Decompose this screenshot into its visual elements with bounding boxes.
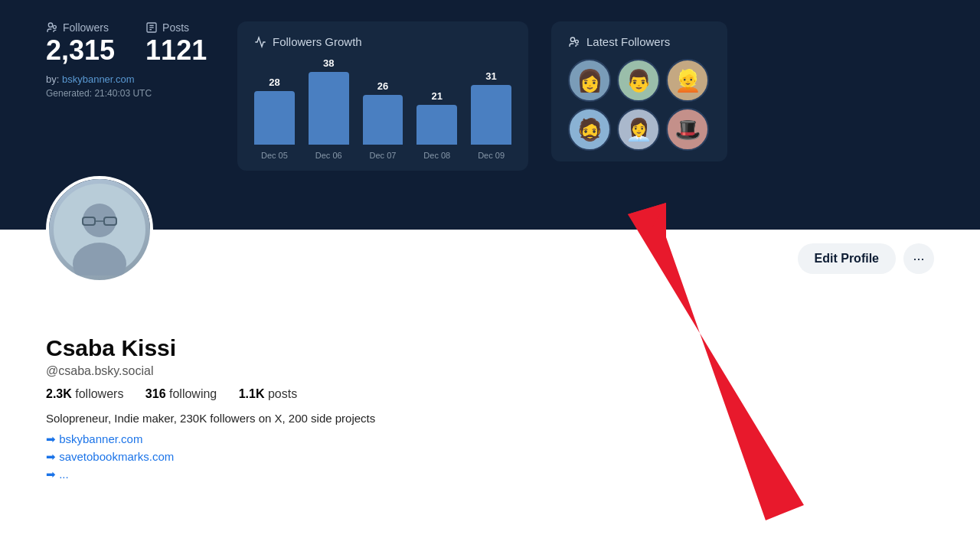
followers-value: 2,315 — [46, 35, 115, 66]
follower-avatar: 👨 — [617, 59, 660, 102]
svg-point-0 — [48, 23, 52, 27]
profile-links: ➡ bskybanner.com➡ savetobookmarks.com➡ .… — [46, 432, 934, 481]
generated-line: Generated: 21:40:03 UTC — [46, 88, 214, 99]
bar-column: 21Dec 08 — [416, 90, 457, 160]
profile-link[interactable]: ➡ bskybanner.com — [46, 432, 934, 446]
bar-date-label: Dec 08 — [423, 151, 450, 160]
bar-rect — [416, 105, 457, 145]
latest-followers-title: Latest Followers — [568, 35, 710, 48]
bar-rect — [309, 72, 349, 145]
chart-title: Followers Growth — [254, 35, 511, 48]
svg-point-7 — [575, 40, 578, 43]
follower-avatar: 👩‍💼 — [617, 108, 660, 151]
banner: Followers 2,315 Posts 1121 by: bskybanne… — [0, 0, 980, 230]
bar-column: 26Dec 07 — [363, 80, 403, 160]
posts-label-inline: posts — [268, 387, 297, 400]
by-line: by: bskybanner.com — [46, 73, 214, 85]
following-count: 316 — [145, 387, 166, 400]
posts-label: Posts — [145, 21, 207, 34]
profile-bio: Solopreneur, Indie maker, 230K followers… — [46, 412, 934, 425]
follower-avatar: 👱 — [666, 59, 709, 102]
followers-count: 2.3K — [46, 387, 72, 400]
bar-date-label: Dec 06 — [315, 151, 342, 160]
bar-rect — [471, 85, 511, 145]
bar-column: 28Dec 05 — [254, 77, 295, 160]
bar-column: 31Dec 09 — [471, 70, 511, 160]
profile-link[interactable]: ➡ savetobookmarks.com — [46, 450, 934, 464]
following-label-inline: following — [169, 387, 217, 400]
svg-point-9 — [83, 204, 116, 237]
profile-stats: 2.3K followers 316 following 1.1K posts — [46, 387, 934, 401]
bar-date-label: Dec 07 — [370, 151, 397, 160]
profile-link[interactable]: ➡ ... — [46, 468, 934, 481]
follower-avatar: 👩 — [568, 59, 611, 102]
stats-block: Followers 2,315 Posts 1121 by: bskybanne… — [46, 21, 214, 99]
posts-stat: Posts 1121 — [145, 21, 207, 66]
chart-bars: 28Dec 0538Dec 0626Dec 0721Dec 0831Dec 09 — [254, 60, 511, 160]
svg-point-6 — [570, 37, 574, 41]
posts-count-inline: 1.1K — [239, 387, 265, 400]
bar-value-label: 28 — [269, 77, 279, 88]
follower-avatar: 🧔 — [568, 108, 611, 151]
bar-value-label: 38 — [323, 57, 334, 69]
latest-followers-block: Latest Followers 👩👨👱🧔👩‍💼🎩 — [551, 21, 727, 161]
followers-growth-chart: Followers Growth 28Dec 0538Dec 0626Dec 0… — [237, 21, 528, 171]
bar-date-label: Dec 09 — [478, 151, 505, 160]
bar-value-label: 21 — [432, 90, 443, 102]
by-link[interactable]: bskybanner.com — [62, 73, 135, 85]
followers-stat: Followers 2,315 — [46, 21, 115, 66]
avatar-face — [49, 179, 150, 280]
action-row: Edit Profile ··· — [46, 230, 934, 274]
bar-rect — [363, 95, 403, 145]
profile-section: Edit Profile ··· Csaba Kissi @csaba.bsky… — [0, 230, 980, 551]
avatars-grid: 👩👨👱🧔👩‍💼🎩 — [568, 59, 710, 151]
bar-date-label: Dec 05 — [261, 151, 288, 160]
bar-rect — [254, 91, 295, 145]
followers-label-inline: followers — [75, 387, 123, 400]
followers-label: Followers — [46, 21, 115, 34]
posts-value: 1121 — [145, 35, 207, 66]
bar-column: 38Dec 06 — [309, 57, 349, 160]
bar-value-label: 26 — [377, 80, 388, 92]
more-options-button[interactable]: ··· — [903, 243, 934, 274]
profile-name: Csaba Kissi — [46, 335, 934, 361]
bar-value-label: 31 — [485, 70, 496, 82]
profile-handle: @csaba.bsky.social — [46, 364, 934, 378]
edit-profile-button[interactable]: Edit Profile — [798, 243, 896, 274]
follower-avatar: 🎩 — [666, 108, 709, 151]
svg-point-1 — [53, 25, 56, 28]
profile-avatar — [46, 176, 153, 283]
